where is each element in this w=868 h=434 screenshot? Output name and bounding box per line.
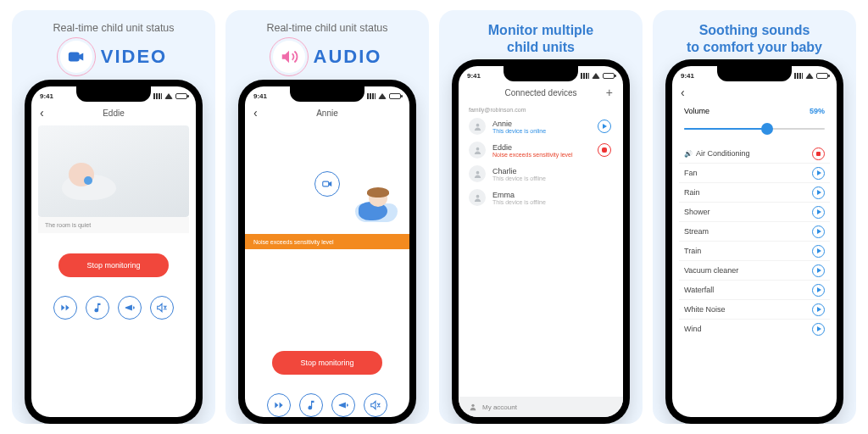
status-time: 9:41 (681, 72, 694, 80)
sound-name: White Noise (684, 305, 726, 314)
avatar-icon (469, 165, 486, 182)
phone-frame: 9:41 ‹ Annie Noise exceeds sensitivity l… (238, 80, 416, 424)
sound-name: Rain (684, 188, 700, 197)
nav-bar: ‹ (672, 83, 837, 102)
sound-row[interactable]: White Noise (679, 300, 830, 320)
play-icon[interactable] (812, 284, 825, 297)
volume-label: Volume (684, 107, 709, 115)
play-icon[interactable] (812, 206, 825, 219)
nav-bar: ‹ Eddie (31, 103, 196, 122)
play-icon[interactable] (812, 167, 825, 180)
nav-title: Eddie (103, 108, 125, 118)
noise-alert-banner: Noise exceeds sensitivity level (245, 234, 409, 249)
back-icon[interactable]: ‹ (253, 106, 258, 120)
music-note-icon[interactable] (86, 296, 109, 320)
add-device-icon[interactable]: + (606, 86, 613, 99)
control-row (31, 296, 196, 320)
sound-name: Shower (684, 208, 710, 216)
play-icon[interactable] (598, 120, 611, 133)
siren-icon[interactable] (331, 393, 355, 417)
play-icon[interactable] (812, 186, 825, 199)
sound-row[interactable]: Train (679, 242, 830, 261)
device-name: Charlie (492, 167, 546, 175)
device-status: This device is online (492, 128, 546, 134)
account-email: family@robinson.com (459, 102, 623, 114)
volume-slider[interactable] (684, 122, 825, 136)
battery-icon (175, 93, 187, 99)
device-row[interactable]: EddieNoise exceeds sensitivity level (464, 138, 618, 162)
sound-row[interactable]: Rain (679, 183, 830, 203)
music-note-icon[interactable] (299, 393, 323, 417)
avatar-icon (469, 189, 486, 206)
phone-frame: 9:41 ‹ Volume 59% 🔊Air ConditioningFanRa… (665, 59, 843, 424)
play-icon[interactable] (812, 245, 825, 258)
volume-value: 59% (810, 107, 825, 115)
account-label: My account (482, 403, 517, 411)
device-name: Emma (492, 191, 546, 199)
device-name: Annie (492, 120, 546, 128)
play-icon[interactable] (812, 323, 825, 336)
nav-title: Connected devices (504, 88, 576, 97)
video-badge: VIDEO (60, 41, 167, 73)
svg-rect-0 (70, 53, 79, 60)
video-feed[interactable] (38, 125, 189, 217)
battery-icon (816, 73, 828, 79)
status-time: 9:41 (40, 92, 53, 100)
mute-icon[interactable] (150, 296, 174, 320)
mute-icon[interactable] (364, 393, 387, 417)
sound-row[interactable]: Vacuum cleaner (679, 261, 830, 281)
fast-forward-icon[interactable] (53, 296, 77, 320)
badge-label: AUDIO (314, 46, 382, 68)
status-time: 9:41 (467, 72, 481, 80)
svg-point-5 (476, 123, 479, 126)
device-row[interactable]: CharlieThis device is offline (464, 162, 618, 186)
stop-monitoring-button[interactable]: Stop monitoring (58, 253, 169, 277)
panel-devices: Monitor multiplechild units 9:41 Connect… (439, 10, 643, 424)
my-account-button[interactable]: My account (459, 397, 623, 417)
record-icon[interactable] (598, 143, 611, 157)
now-playing-icon: 🔊 (684, 150, 693, 158)
signal-icon (153, 93, 162, 99)
panel-audio: Real-time child unit status AUDIO 9:41 ‹… (225, 10, 429, 424)
back-icon[interactable]: ‹ (681, 86, 685, 99)
signal-icon (367, 93, 376, 99)
battery-icon (389, 93, 401, 99)
sound-row[interactable]: Wind (679, 320, 830, 338)
sound-name: Fan (684, 169, 698, 177)
fast-forward-icon[interactable] (267, 393, 291, 417)
device-row[interactable]: EmmaThis device is offline (464, 186, 618, 209)
sound-name: Wind (684, 325, 702, 333)
stop-icon[interactable] (812, 147, 825, 160)
sound-row[interactable]: 🔊Air Conditioning (679, 144, 830, 164)
device-row[interactable]: AnnieThis device is online (464, 114, 618, 138)
svg-point-6 (476, 147, 479, 150)
nav-title: Annie (316, 108, 338, 118)
stop-monitoring-button[interactable]: Stop monitoring (272, 351, 382, 375)
panel-sounds: Soothing soundsto comfort your baby 9:41… (653, 10, 856, 424)
sound-row[interactable]: Waterfall (679, 281, 830, 300)
play-icon[interactable] (812, 264, 825, 277)
sound-row[interactable]: Fan (679, 164, 830, 183)
sound-row[interactable]: Stream (679, 222, 830, 242)
badge-label: VIDEO (101, 46, 167, 68)
svg-point-8 (476, 194, 479, 198)
play-icon[interactable] (812, 225, 825, 238)
panel-title: Soothing soundsto comfort your baby (687, 22, 822, 56)
camera-toggle-icon[interactable] (314, 171, 340, 197)
nav-bar: ‹ Annie (245, 103, 409, 122)
device-name: Eddie (492, 143, 573, 152)
device-status: This device is offline (492, 199, 546, 205)
play-icon[interactable] (812, 303, 825, 316)
siren-icon[interactable] (118, 296, 142, 320)
signal-icon (794, 73, 803, 79)
nav-bar: Connected devices + (459, 83, 623, 102)
wifi-icon (164, 93, 173, 99)
child-illustration (348, 185, 401, 227)
battery-icon (603, 73, 615, 79)
panel-subtitle: Real-time child unit status (53, 22, 174, 34)
sound-row[interactable]: Shower (679, 203, 830, 222)
device-status: This device is offline (492, 175, 546, 181)
svg-point-7 (476, 170, 479, 174)
back-icon[interactable]: ‹ (40, 106, 44, 120)
baby-illustration (62, 159, 121, 202)
